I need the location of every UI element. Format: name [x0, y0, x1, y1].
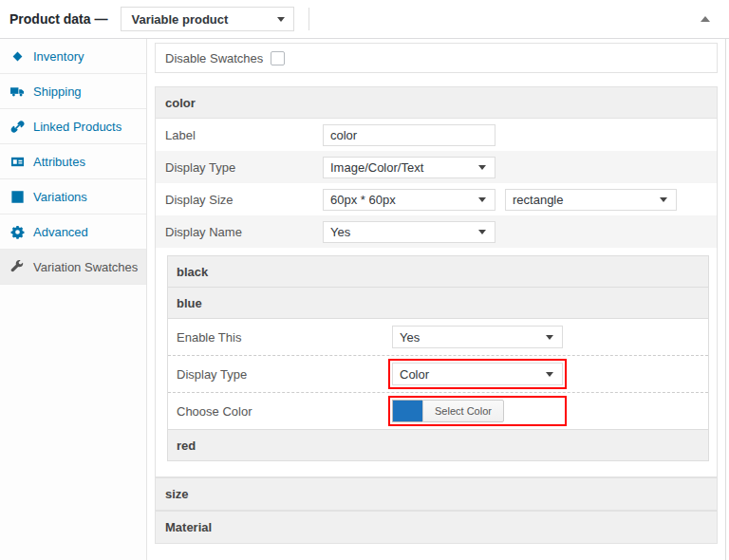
inventory-icon — [10, 49, 25, 64]
field-row-label: Label — [156, 119, 717, 151]
select-color-button[interactable]: Select Color — [422, 400, 504, 422]
collapse-panel-icon[interactable] — [701, 16, 710, 22]
disable-swatches-row: Disable Swatches — [155, 43, 718, 73]
term-row-enable-this: Enable This Yes — [168, 319, 708, 356]
select-value: 60px * 60px — [330, 193, 396, 207]
variation-swatches-panel: Disable Swatches color Label Display Typ… — [147, 39, 725, 560]
field-row-display-name: Display Name Yes — [156, 215, 717, 248]
field-row-display-size: Display Size 60px * 60px rectangle — [156, 183, 717, 215]
color-swatch[interactable] — [392, 400, 422, 422]
term-row-display-type: Display Type Color — [168, 356, 708, 393]
field-label: Label — [156, 128, 323, 142]
field-label: Choose Color — [168, 404, 388, 419]
attribute-section-material: Material — [155, 511, 718, 544]
panel-title: Product data — — [9, 11, 107, 27]
field-label: Display Name — [156, 225, 323, 239]
select-value: Image/Color/Text — [330, 160, 423, 175]
highlight-box: Select Color — [388, 396, 567, 426]
term-row-choose-color: Choose Color Select Color — [168, 393, 708, 429]
field-label: Display Type — [156, 160, 323, 175]
shipping-icon — [10, 84, 25, 99]
display-type-select[interactable]: Image/Color/Text — [323, 157, 495, 178]
disable-swatches-checkbox[interactable] — [271, 51, 285, 65]
sidebar-item-inventory[interactable]: Inventory — [0, 39, 146, 74]
color-terms-accordion: black blue Enable This Yes Display Type — [167, 255, 709, 461]
accordion-header-material[interactable]: Material — [156, 512, 717, 543]
display-name-select[interactable]: Yes — [323, 221, 495, 243]
dropdown-arrow-icon — [277, 17, 285, 22]
display-shape-select[interactable]: rectangle — [505, 189, 677, 211]
dropdown-arrow-icon — [546, 335, 553, 340]
field-row-display-type: Display Type Image/Color/Text — [156, 151, 717, 183]
sidebar-item-label: Attributes — [33, 155, 85, 169]
product-type-select[interactable]: Variable product — [121, 7, 294, 31]
accordion-header-size[interactable]: size — [156, 478, 717, 510]
highlight-box: Color — [388, 359, 567, 389]
display-size-select[interactable]: 60px * 60px — [323, 189, 495, 211]
field-label: Display Size — [156, 193, 323, 207]
field-label: Enable This — [168, 330, 388, 345]
sidebar-item-label: Variation Swatches — [33, 260, 138, 274]
dropdown-arrow-icon — [478, 197, 486, 202]
attributes-icon — [10, 155, 25, 169]
linked-products-icon — [10, 120, 25, 134]
variations-icon — [10, 190, 25, 204]
select-spacer: Yes — [388, 322, 567, 352]
sidebar-item-label: Variations — [33, 190, 87, 204]
dropdown-arrow-icon — [478, 165, 486, 170]
sidebar-item-label: Inventory — [33, 49, 84, 64]
dropdown-arrow-icon — [546, 372, 553, 377]
select-value: Yes — [330, 225, 350, 239]
term-display-type-select[interactable]: Color — [392, 363, 563, 385]
advanced-icon — [10, 225, 25, 239]
sidebar-item-linked-products[interactable]: Linked Products — [0, 109, 146, 144]
wrench-icon — [10, 260, 25, 274]
metabox-frame: Inventory Shipping — [0, 39, 726, 560]
sidebar-item-label: Advanced — [33, 225, 88, 239]
dropdown-arrow-icon — [660, 197, 667, 202]
header-divider — [308, 8, 309, 30]
sidebar-item-variations[interactable]: Variations — [0, 179, 146, 215]
field-label: Display Type — [168, 367, 388, 382]
sidebar-item-label: Shipping — [33, 84, 82, 99]
sidebar-item-attributes[interactable]: Attributes — [0, 144, 146, 179]
select-value: Color — [400, 367, 429, 382]
sidebar-item-label: Linked Products — [33, 120, 122, 134]
disable-swatches-label: Disable Swatches — [165, 51, 263, 65]
dropdown-arrow-icon — [478, 230, 486, 234]
product-data-metabox: Product data — Variable product Inventor… — [0, 0, 729, 560]
term-header-blue[interactable]: blue — [168, 288, 708, 319]
attribute-section-color: color Label Display Type Image/Color/Tex… — [155, 86, 718, 477]
accordion-header-color[interactable]: color — [156, 87, 717, 119]
attribute-section-size: size — [155, 477, 718, 511]
product-type-value: Variable product — [131, 12, 228, 27]
term-header-black[interactable]: black — [168, 256, 708, 288]
metabox-header: Product data — Variable product — [0, 0, 729, 39]
color-picker-widget: Select Color — [392, 400, 563, 422]
sidebar-item-variation-swatches[interactable]: Variation Swatches — [0, 250, 146, 285]
metabox-body: Inventory Shipping — [0, 39, 725, 560]
select-value: Yes — [400, 330, 420, 345]
select-value: rectangle — [513, 193, 563, 207]
sidebar-item-advanced[interactable]: Advanced — [0, 215, 146, 250]
term-header-red[interactable]: red — [168, 429, 708, 460]
product-data-tabs: Inventory Shipping — [0, 39, 147, 560]
label-input[interactable] — [323, 124, 495, 146]
enable-this-select[interactable]: Yes — [392, 326, 563, 348]
sidebar-item-shipping[interactable]: Shipping — [0, 74, 146, 109]
